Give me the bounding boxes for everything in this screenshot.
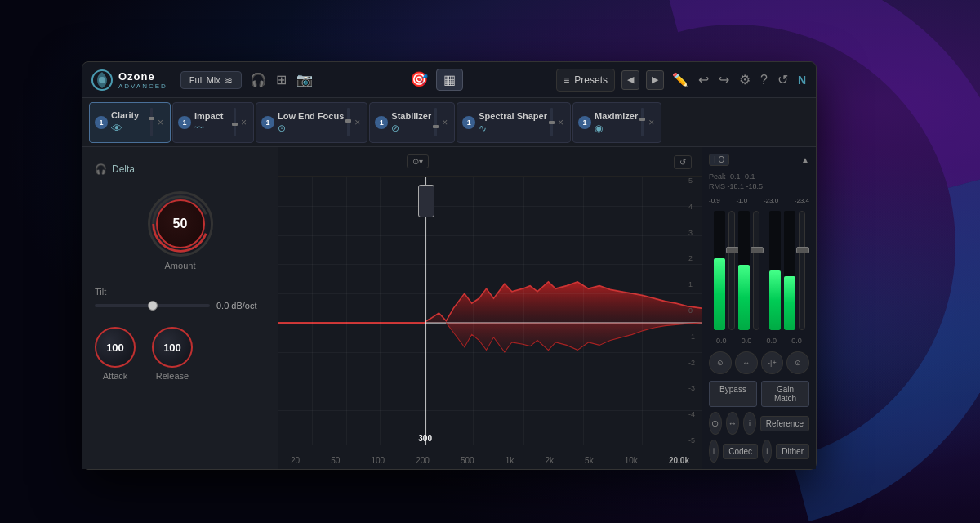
magic-icon[interactable]: 🎯 bbox=[408, 69, 430, 91]
module-close-low-end[interactable]: × bbox=[353, 117, 362, 128]
grid-h-8 bbox=[278, 410, 702, 411]
module-maximizer[interactable]: 1 Maximizer ◉ × bbox=[572, 102, 662, 143]
db-readings-row: -0.9 -1.0 -23.0 -23.4 bbox=[709, 197, 809, 204]
attack-knob[interactable]: 100 bbox=[95, 327, 136, 368]
meter-fill-1 bbox=[714, 258, 725, 330]
left-panel: 🎧 Delta 50 Amount Tilt bbox=[82, 147, 278, 469]
grid-v-7 bbox=[583, 177, 584, 445]
grid-v-8 bbox=[642, 177, 643, 445]
loop-button[interactable]: ⊙▾ bbox=[407, 154, 429, 168]
redo-icon[interactable]: ↪ bbox=[717, 70, 731, 89]
rms-out-db: -23.4 bbox=[795, 197, 809, 204]
freq-5k: 5k bbox=[585, 456, 594, 465]
dither-icon-btn[interactable]: i bbox=[762, 440, 772, 463]
help-icon[interactable]: ? bbox=[759, 71, 769, 89]
codec-icon-btn[interactable]: i bbox=[709, 440, 719, 463]
grid-v-6 bbox=[523, 177, 524, 445]
reference-icon-btn[interactable]: ⊙ bbox=[709, 412, 722, 435]
rms-header: RMS -18.1 -18.5 bbox=[709, 182, 763, 190]
settings-icon[interactable]: ⚙ bbox=[737, 70, 752, 89]
preset-prev-button[interactable]: ◀ bbox=[621, 70, 639, 90]
db-label-n4: -4 bbox=[688, 410, 695, 418]
db-label-n1: -1 bbox=[688, 333, 695, 341]
codec-button[interactable]: Codec bbox=[723, 444, 758, 459]
amount-knob[interactable]: 50 bbox=[148, 191, 213, 257]
pencil-icon[interactable]: ✏️ bbox=[670, 70, 690, 89]
visualizer-button[interactable]: ▦ bbox=[436, 69, 463, 91]
dither-button[interactable]: Dither bbox=[776, 444, 809, 459]
grid-v-2 bbox=[346, 177, 347, 445]
gain-match-button[interactable]: Gain Match bbox=[761, 381, 809, 407]
freq-20: 20 bbox=[291, 456, 300, 465]
peak-label: Peak bbox=[709, 172, 726, 181]
module-close-clarity[interactable]: × bbox=[156, 117, 165, 128]
meter-fill-4 bbox=[784, 276, 795, 330]
reset-button[interactable]: ↺ bbox=[674, 155, 692, 169]
app-name: Ozone bbox=[118, 70, 167, 83]
app-version: ADVANCED bbox=[118, 83, 167, 90]
target-icon: ⊙ bbox=[278, 123, 344, 134]
grid-h-2 bbox=[278, 235, 702, 236]
module-low-end-focus[interactable]: 1 Low End Focus ⊙ × bbox=[256, 102, 368, 143]
module-close-stabilizer[interactable]: × bbox=[440, 117, 449, 128]
grid-v-3 bbox=[380, 177, 381, 445]
ab-icon-btn[interactable]: ↔ bbox=[726, 412, 739, 435]
headphone-icon[interactable]: 🎧 bbox=[248, 70, 268, 89]
presets-label: Presets bbox=[574, 74, 608, 86]
delta-label: Delta bbox=[112, 163, 135, 175]
meter-mode-4[interactable]: ⊙ bbox=[786, 351, 809, 374]
peak-out-db: -1.0 bbox=[736, 197, 747, 204]
meter-mode-2[interactable]: ↔ bbox=[735, 351, 758, 374]
grid-h-7 bbox=[278, 382, 702, 382]
module-close-spectral[interactable]: × bbox=[556, 117, 565, 128]
top-bar: Ozone ADVANCED Full Mix ≋ 🎧 ⊞ 📷 🎯 ▦ ≡ Pr… bbox=[82, 62, 816, 98]
module-stabilizer[interactable]: 1 Stabilizer ⊘ × bbox=[369, 102, 455, 143]
cursor-freq-label: 300 bbox=[418, 434, 432, 443]
preset-next-button[interactable]: ▶ bbox=[646, 70, 664, 90]
viz-controls: ⊙▾ bbox=[407, 154, 429, 168]
module-name: Clarity bbox=[111, 110, 139, 120]
expand-icon[interactable]: ▲ bbox=[801, 155, 809, 164]
meter-values: 0.0 0.0 0.0 0.0 bbox=[709, 337, 809, 345]
revert-icon[interactable]: ↺ bbox=[776, 70, 790, 89]
attack-release-row: 100 Attack 100 Release bbox=[95, 327, 265, 381]
freq-200: 200 bbox=[416, 456, 430, 465]
release-knob[interactable]: 100 bbox=[152, 327, 193, 368]
module-num: 1 bbox=[261, 116, 274, 129]
reference-i-btn[interactable]: i bbox=[743, 412, 756, 435]
freq-labels: 20 50 100 200 500 1k 2k 5k 10k 20.0k bbox=[278, 456, 702, 465]
module-spectral-shaper[interactable]: 1 Spectral Shaper ∿ × bbox=[457, 102, 571, 143]
tilt-section: Tilt 0.0 dB/oct bbox=[95, 287, 265, 311]
peak-in-db: -0.9 bbox=[709, 197, 720, 204]
fader-1[interactable] bbox=[728, 211, 735, 330]
rms-out-val: -18.5 bbox=[746, 182, 764, 190]
fader-3[interactable] bbox=[799, 211, 805, 330]
fader-2[interactable] bbox=[753, 211, 760, 330]
meter-mode-3[interactable]: -|+ bbox=[761, 351, 784, 374]
peak-in-val: -0.1 bbox=[728, 172, 741, 181]
meter-1 bbox=[714, 211, 725, 330]
tilt-row: 0.0 dB/oct bbox=[95, 301, 265, 311]
meter-fill-2 bbox=[738, 265, 750, 330]
freq-50: 50 bbox=[331, 456, 340, 465]
tilt-slider[interactable] bbox=[95, 304, 210, 307]
viz-header: ⊙▾ ↺ bbox=[278, 147, 702, 177]
module-impact[interactable]: 1 Impact 〰 × bbox=[172, 102, 254, 143]
rms-in-val: -18.1 bbox=[728, 182, 745, 190]
module-close-maximizer[interactable]: × bbox=[647, 117, 656, 128]
meter-mode-1[interactable]: ⊙ bbox=[709, 351, 732, 374]
grid-icon[interactable]: ⊞ bbox=[274, 70, 288, 89]
spectrum-area[interactable]: 300 5 4 3 2 1 0 -1 -2 -3 -4 -5 20 bbox=[278, 177, 702, 469]
reference-button[interactable]: Reference bbox=[760, 416, 809, 431]
db-label-0: 0 bbox=[688, 306, 695, 315]
module-close-impact[interactable]: × bbox=[239, 117, 248, 128]
freq-handle[interactable] bbox=[418, 185, 434, 217]
camera-icon[interactable]: 📷 bbox=[295, 70, 314, 89]
undo-icon[interactable]: ↩ bbox=[697, 70, 710, 89]
module-name: Stabilizer bbox=[391, 111, 431, 121]
bypass-button[interactable]: Bypass bbox=[709, 381, 757, 407]
module-clarity[interactable]: 1 Clarity 👁 × bbox=[89, 102, 171, 143]
full-mix-button[interactable]: Full Mix ≋ bbox=[180, 71, 242, 89]
module-num: 1 bbox=[375, 116, 388, 129]
bypass-row: Bypass Gain Match bbox=[709, 381, 809, 407]
